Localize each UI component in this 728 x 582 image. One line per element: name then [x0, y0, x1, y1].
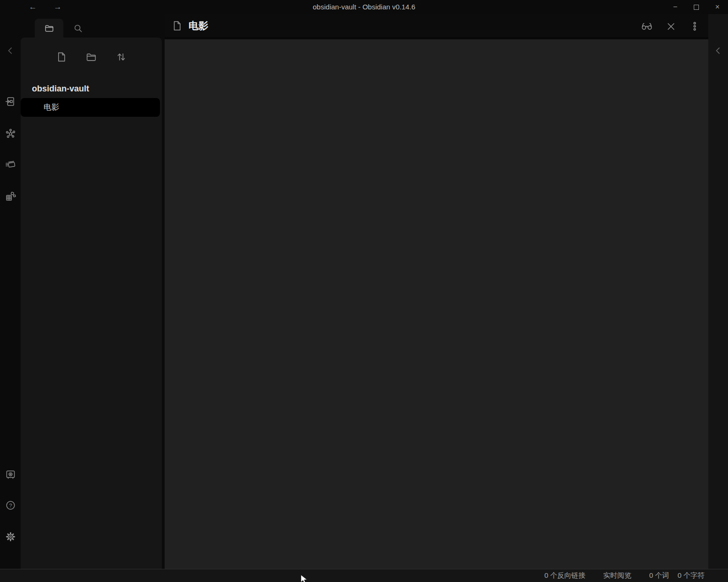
help-button[interactable]: ? — [5, 499, 16, 511]
close-pane-button[interactable] — [665, 21, 676, 32]
tab-file-explorer[interactable] — [35, 19, 63, 38]
backlink-count[interactable]: 0 个反向链接 — [544, 571, 585, 580]
file-item-label: 电影 — [21, 102, 59, 113]
graph-view-button[interactable] — [5, 128, 16, 139]
left-ribbon: ? — [0, 14, 21, 569]
left-sidebar: obsidian-vault 电影 — [21, 14, 162, 569]
reading-view-button[interactable] — [641, 21, 652, 32]
more-options-button[interactable] — [689, 21, 700, 32]
svg-text:?: ? — [9, 502, 12, 508]
explorer-action-bar — [21, 45, 162, 68]
mouse-cursor — [299, 574, 309, 582]
glasses-icon — [641, 21, 652, 32]
editor-header-actions — [641, 14, 700, 38]
new-folder-button[interactable] — [85, 51, 98, 63]
character-count: 0 个字符 — [677, 571, 705, 580]
settings-button[interactable] — [5, 531, 16, 542]
more-vertical-icon — [690, 21, 700, 31]
close-window-icon: × — [715, 3, 720, 11]
maximize-button[interactable] — [686, 0, 707, 14]
editor-header: 电影 — [165, 14, 708, 38]
vault-icon — [5, 469, 16, 480]
folder-icon — [44, 23, 54, 33]
titlebar: ← → obsidian-vault - Obsidian v0.14.6 − … — [0, 0, 728, 14]
expand-right-sidebar-button[interactable] — [713, 45, 724, 56]
document-icon — [171, 20, 182, 31]
close-window-button[interactable]: × — [707, 0, 728, 14]
chevron-left-icon — [713, 45, 723, 56]
sidebar-tab-strip — [21, 14, 162, 38]
vault-title[interactable]: obsidian-vault — [32, 83, 157, 95]
live-preview-toggle[interactable]: 实时阅览 — [603, 571, 631, 580]
sort-order-icon — [115, 51, 127, 63]
random-note-icon — [5, 191, 16, 202]
maximize-icon — [694, 5, 699, 10]
command-palette-icon — [5, 159, 16, 170]
open-another-vault-button[interactable] — [5, 469, 16, 480]
new-note-button[interactable] — [55, 51, 68, 63]
random-note-button[interactable] — [5, 190, 16, 202]
note-title: 电影 — [189, 19, 208, 32]
tab-search[interactable] — [68, 19, 87, 38]
new-note-icon — [55, 51, 67, 63]
obsidian-window: ← → obsidian-vault - Obsidian v0.14.6 − … — [0, 0, 728, 582]
window-controls: − × — [665, 0, 728, 14]
command-palette-button[interactable] — [5, 159, 16, 170]
file-item-selected[interactable]: 电影 — [21, 98, 160, 117]
quick-switcher-button[interactable] — [5, 96, 16, 107]
statusbar: 0 个反向链接 实时阅览 0 个词 0 个字符 — [0, 569, 728, 582]
right-sidebar-collapsed — [708, 14, 728, 569]
word-count: 0 个词 — [649, 571, 669, 580]
quick-switcher-icon — [5, 96, 16, 107]
change-sort-order-button[interactable] — [115, 51, 128, 63]
settings-gear-icon — [5, 531, 16, 542]
collapse-left-sidebar-button[interactable] — [5, 45, 16, 56]
window-title: obsidian-vault - Obsidian v0.14.6 — [0, 0, 728, 14]
minimize-icon: − — [673, 3, 677, 11]
chevron-left-icon — [5, 45, 15, 56]
file-explorer-panel: obsidian-vault 电影 — [21, 38, 162, 569]
editor-pane: 电影 — [165, 14, 708, 569]
note-editor-area[interactable] — [165, 39, 708, 569]
search-icon — [73, 23, 83, 33]
graph-view-icon — [5, 128, 16, 139]
new-folder-icon — [85, 51, 97, 63]
help-icon: ? — [5, 500, 16, 511]
word-count-group: 0 个词 0 个字符 — [649, 571, 705, 580]
close-icon — [666, 21, 676, 32]
minimize-button[interactable]: − — [665, 0, 686, 14]
